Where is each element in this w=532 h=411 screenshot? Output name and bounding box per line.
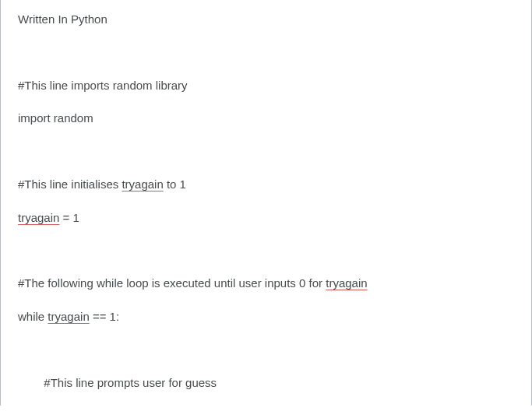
code-line: #This line imports random library: [18, 77, 514, 93]
text: 0 for: [296, 276, 326, 290]
code-line: import random: [18, 110, 514, 126]
text: #This line initialises: [18, 177, 122, 191]
blank-line: [18, 242, 514, 258]
code-line: Written In Python: [18, 11, 514, 27]
text: while: [18, 310, 48, 323]
spellcheck-underline: tryagain: [18, 211, 59, 224]
text: random library: [113, 79, 188, 92]
blank-line: [18, 44, 514, 61]
blank-line: [18, 341, 514, 357]
code-block[interactable]: Written In Python #This line imports ran…: [18, 0, 514, 411]
code-line: #This line prompts user for guess: [18, 374, 514, 391]
code-line: while tryagain == 1:: [18, 308, 514, 325]
text: == 1:: [90, 310, 119, 323]
text: #The following while loop is executed un…: [18, 276, 239, 290]
text: to 1: [164, 177, 186, 191]
text: #This line prompts user for guess: [18, 376, 217, 389]
text: = 1: [59, 211, 79, 224]
text: import random: [18, 111, 93, 125]
text: user inputs: [239, 276, 296, 290]
code-line: tryagain = 1: [18, 209, 514, 226]
spellcheck-underline: tryagain: [122, 177, 163, 191]
spellcheck-underline: tryagain: [326, 276, 367, 290]
text: Written In Python: [18, 12, 107, 26]
spellcheck-underline: tryagain: [48, 310, 89, 323]
code-line: #The following while loop is executed un…: [18, 275, 514, 291]
code-line: #This line initialises tryagain to 1: [18, 176, 514, 192]
code-line: guess = int(input("Enter your guess numb…: [18, 407, 514, 411]
text: #This line imports: [18, 79, 113, 92]
blank-line: [18, 143, 514, 160]
editor-page: Written In Python #This line imports ran…: [0, 0, 532, 406]
